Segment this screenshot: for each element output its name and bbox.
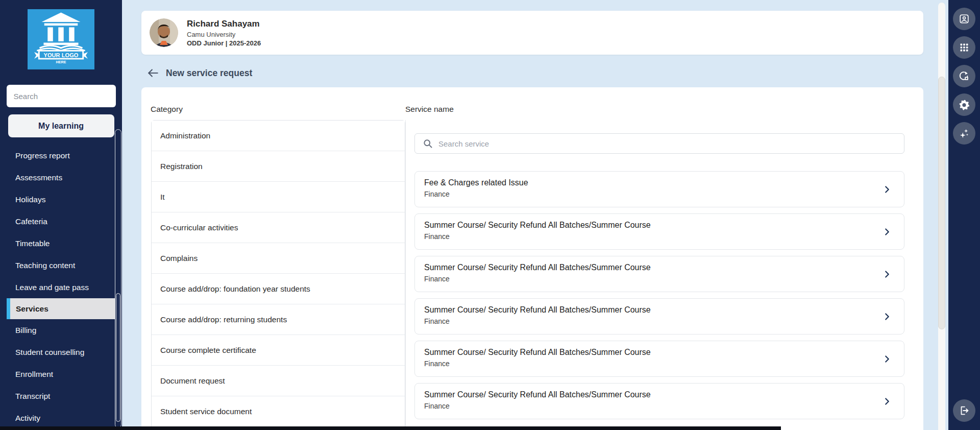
logout-icon	[959, 405, 970, 416]
sidebar-menu: Progress reportAssessmentsHolidaysCafete…	[0, 145, 122, 429]
service-title: Summer Course/ Security Refund All Batch…	[424, 263, 873, 272]
logo-text-1: YOUR LOGO	[44, 52, 79, 58]
sidebar-item-enrollment[interactable]: Enrollment	[0, 363, 122, 385]
service-list: Fee & Charges related Issue Finance Summ…	[414, 171, 904, 419]
sidebar: YOUR LOGO HERE My learning Progress repo…	[0, 0, 122, 430]
sync-icon	[959, 70, 970, 82]
logout-icon-button[interactable]	[953, 399, 975, 422]
sidebar-item-activity[interactable]: Activity	[0, 407, 122, 429]
chevron-right-icon	[881, 396, 893, 407]
profile-card-icon	[959, 13, 970, 25]
service-title: Fee & Charges related Issue	[424, 178, 873, 187]
chevron-right-icon	[881, 226, 893, 237]
category-row-administration[interactable]: Administration	[152, 121, 405, 151]
category-row-course-add-drop-foundation-year-students[interactable]: Course add/drop: foundation year student…	[152, 274, 405, 304]
sidebar-scrollbar[interactable]	[115, 129, 121, 428]
column-headers: Category Service name	[141, 105, 923, 120]
service-category: Finance	[424, 360, 873, 368]
avatar-image	[150, 18, 178, 47]
service-card[interactable]: Summer Course/ Security Refund All Batch…	[414, 256, 904, 292]
service-column: Fee & Charges related Issue Finance Summ…	[405, 120, 923, 430]
sidebar-item-services[interactable]: Services	[7, 298, 115, 319]
logo-text-2: HERE	[56, 60, 66, 64]
user-name: Richard Sahayam	[187, 19, 261, 29]
sparkles-icon-button[interactable]	[953, 122, 975, 145]
service-category: Finance	[424, 275, 873, 283]
sidebar-item-cafeteria[interactable]: Cafeteria	[0, 210, 122, 232]
sidebar-item-teaching-content[interactable]: Teaching content	[0, 254, 122, 276]
sidebar-item-leave-and-gate-pass[interactable]: Leave and gate pass	[0, 276, 122, 298]
settings-icon-button[interactable]	[953, 93, 975, 116]
sidebar-item-assessments[interactable]: Assessments	[0, 166, 122, 188]
back-button[interactable]	[145, 65, 161, 81]
service-name-column-header: Service name	[405, 105, 923, 120]
university-logo: YOUR LOGO HERE	[28, 9, 94, 69]
sidebar-item-timetable[interactable]: Timetable	[0, 232, 122, 254]
sparkles-icon	[959, 128, 970, 139]
chevron-right-icon	[881, 184, 893, 195]
columns-body: AdministrationRegistrationItCo-curricula…	[141, 120, 923, 430]
service-category: Finance	[424, 232, 873, 241]
back-arrow-icon	[146, 66, 160, 80]
user-card: Richard Sahayam Camu University ODD Juni…	[141, 11, 923, 55]
page-header: New service request	[145, 65, 252, 81]
main-content: Richard Sahayam Camu University ODD Juni…	[122, 0, 948, 430]
profile-card-icon-button[interactable]	[953, 8, 975, 30]
category-row-co-curricular-activities[interactable]: Co-curricular activities	[152, 212, 405, 243]
service-card[interactable]: Summer Course/ Security Refund All Batch…	[414, 298, 904, 335]
search-icon	[423, 138, 433, 149]
sidebar-item-transcript[interactable]: Transcript	[0, 385, 122, 407]
gear-icon	[959, 99, 970, 111]
page-title: New service request	[166, 68, 252, 79]
category-row-it[interactable]: It	[152, 182, 405, 212]
chevron-right-icon	[881, 311, 893, 322]
sync-icon-button[interactable]	[953, 65, 975, 87]
service-title: Summer Course/ Security Refund All Batch…	[424, 305, 873, 315]
service-card[interactable]: Fee & Charges related Issue Finance	[414, 171, 904, 207]
category-row-complains[interactable]: Complains	[152, 243, 405, 274]
chevron-right-icon	[881, 353, 893, 365]
sidebar-item-billing[interactable]: Billing	[0, 319, 122, 341]
service-title: Summer Course/ Security Refund All Batch…	[424, 348, 873, 357]
sidebar-item-student-counselling[interactable]: Student counselling	[0, 341, 122, 363]
service-search-input[interactable]	[414, 133, 904, 154]
content-scrollbar[interactable]	[938, 3, 945, 430]
category-row-registration[interactable]: Registration	[152, 151, 405, 182]
service-card[interactable]: Summer Course/ Security Refund All Batch…	[414, 383, 904, 419]
service-title: Summer Course/ Security Refund All Batch…	[424, 390, 873, 399]
user-organization: Camu University	[187, 31, 261, 38]
category-row-course-add-drop-returning-students[interactable]: Course add/drop: returning students	[152, 304, 405, 335]
service-card[interactable]: Summer Course/ Security Refund All Batch…	[414, 213, 904, 250]
user-term: ODD Junior | 2025-2026	[187, 39, 261, 47]
right-icon-rail	[948, 0, 980, 430]
chevron-right-icon	[881, 269, 893, 280]
app-window: YOUR LOGO HERE My learning Progress repo…	[0, 0, 980, 430]
category-row-course-complete-certificate[interactable]: Course complete certificate	[152, 335, 405, 366]
service-category: Finance	[424, 190, 873, 198]
service-card[interactable]: Summer Course/ Security Refund All Batch…	[414, 341, 904, 377]
sidebar-item-holidays[interactable]: Holidays	[0, 188, 122, 210]
service-category: Finance	[424, 317, 873, 325]
avatar	[150, 18, 178, 47]
logo-graphic: YOUR LOGO HERE	[28, 9, 94, 69]
category-row-student-service-document[interactable]: Student service document	[152, 396, 405, 427]
service-title: Summer Course/ Security Refund All Batch…	[424, 221, 873, 230]
my-learning-button[interactable]: My learning	[8, 114, 114, 137]
sidebar-scrollbar-thumb[interactable]	[116, 293, 120, 422]
sidebar-search-input[interactable]	[7, 85, 116, 107]
user-meta: Richard Sahayam Camu University ODD Juni…	[187, 19, 261, 47]
service-category: Finance	[424, 402, 873, 410]
apps-grid-icon	[959, 42, 969, 53]
horizontal-scrollbar[interactable]	[0, 426, 781, 430]
content-scrollbar-thumb[interactable]	[938, 77, 945, 329]
category-list: AdministrationRegistrationItCo-curricula…	[151, 120, 405, 427]
sidebar-item-progress-report[interactable]: Progress report	[0, 145, 122, 166]
category-column: AdministrationRegistrationItCo-curricula…	[141, 120, 405, 430]
apps-grid-icon-button[interactable]	[953, 36, 975, 59]
service-search	[414, 133, 904, 154]
category-column-header: Category	[141, 105, 405, 120]
category-row-document-request[interactable]: Document request	[152, 366, 405, 396]
service-request-card: Category Service name AdministrationRegi…	[141, 87, 923, 430]
